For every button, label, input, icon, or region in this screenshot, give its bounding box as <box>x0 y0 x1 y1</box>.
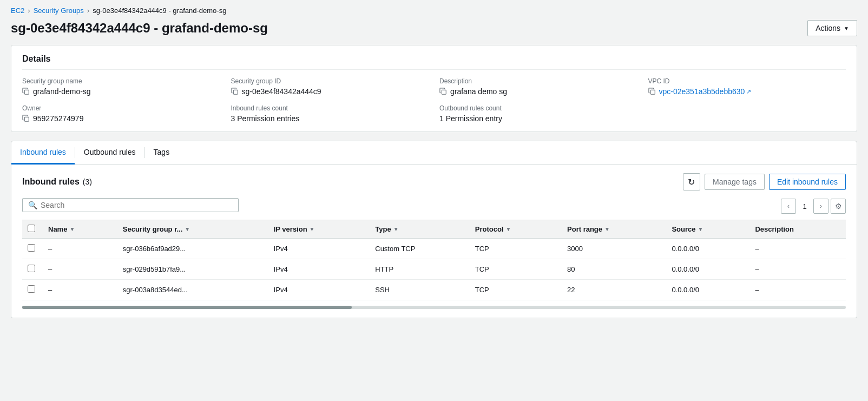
edit-inbound-label: Edit inbound rules <box>777 178 838 186</box>
row-checkbox-2[interactable] <box>28 285 35 293</box>
inbound-rules-count: (3) <box>83 178 92 186</box>
inbound-rules-title: Inbound rules <box>22 177 80 187</box>
cell-name-0: – <box>42 239 116 259</box>
cell-protocol-2: TCP <box>469 280 561 300</box>
detail-security-group-name: Security group name grafand-demo-sg <box>22 77 220 96</box>
cell-port-1: 80 <box>561 259 665 280</box>
refresh-button[interactable]: ↻ <box>683 173 700 190</box>
details-card: Details Security group name grafand-demo… <box>11 45 857 132</box>
edit-inbound-rules-button[interactable]: Edit inbound rules <box>769 174 846 190</box>
row-checkbox-0[interactable] <box>28 244 35 252</box>
chevron-left-icon: ‹ <box>787 202 790 210</box>
search-input[interactable] <box>41 201 233 209</box>
search-pagination-row: 🔍 ‹ 1 › ⚙ <box>22 198 846 220</box>
detail-outbound-count-text: 1 Permission entry <box>439 114 502 123</box>
cell-protocol-0: TCP <box>469 239 561 259</box>
breadcrumb-security-groups[interactable]: Security Groups <box>34 6 84 15</box>
copy-icon-2[interactable] <box>231 88 239 95</box>
actions-button[interactable]: Actions ▼ <box>807 20 857 36</box>
col-header-ip-version: IP version ▼ <box>267 220 369 239</box>
breadcrumb-sep-1: › <box>28 6 30 15</box>
col-header-type: Type ▼ <box>369 220 468 239</box>
svg-rect-4 <box>24 117 29 121</box>
svg-rect-2 <box>442 90 446 94</box>
cell-ip-0: IPv4 <box>267 239 369 259</box>
table-row: – sgr-029d591b7fa9... IPv4 HTTP TCP 80 0… <box>22 259 846 280</box>
vpc-id-link[interactable]: vpc-02e351a3b5debb630 ↗ <box>659 87 752 96</box>
detail-inbound-count: Inbound rules count 3 Permission entries <box>231 104 429 123</box>
breadcrumb-current: sg-0e3e4f84342a444c9 - grafand-demo-sg <box>93 6 226 15</box>
tab-outbound-rules[interactable]: Outbound rules <box>75 141 144 165</box>
actions-label: Actions <box>816 24 840 32</box>
copy-icon[interactable] <box>22 88 30 95</box>
table-header-row: Name ▼ Security group r... ▼ IP version <box>22 220 846 239</box>
pagination-row: ‹ 1 › ⚙ <box>781 199 846 214</box>
cell-name-2: – <box>42 280 116 300</box>
col-header-protocol: Protocol ▼ <box>469 220 561 239</box>
sort-protocol-icon[interactable]: ▼ <box>505 226 511 232</box>
copy-icon-5[interactable] <box>22 115 30 122</box>
sort-port-icon[interactable]: ▼ <box>604 226 610 232</box>
svg-rect-0 <box>24 90 29 94</box>
breadcrumb-ec2[interactable]: EC2 <box>11 6 24 15</box>
detail-label-sgname: Security group name <box>22 77 220 85</box>
cell-desc-2: – <box>748 280 846 300</box>
tab-outbound-label: Outbound rules <box>84 148 136 156</box>
detail-sgname-text: grafand-demo-sg <box>33 87 91 96</box>
cell-sgr-2: sgr-003a8d3544ed... <box>116 280 267 300</box>
col-header-name: Name ▼ <box>42 220 116 239</box>
sort-name-icon[interactable]: ▼ <box>69 226 75 232</box>
next-page-button[interactable]: › <box>813 199 828 214</box>
svg-rect-3 <box>650 90 655 94</box>
horizontal-scrollbar[interactable] <box>22 306 846 309</box>
breadcrumb: EC2 › Security Groups › sg-0e3e4f84342a4… <box>11 6 857 15</box>
column-settings-button[interactable]: ⚙ <box>831 199 846 214</box>
cell-name-1: – <box>42 259 116 280</box>
sort-type-icon[interactable]: ▼ <box>393 226 399 232</box>
sort-ip-icon[interactable]: ▼ <box>310 226 315 232</box>
copy-icon-3[interactable] <box>439 88 447 95</box>
manage-tags-button[interactable]: Manage tags <box>705 174 765 190</box>
table-row: – sgr-036b6af9ad29... IPv4 Custom TCP TC… <box>22 239 846 259</box>
inbound-section: Inbound rules (3) ↻ Manage tags Edit inb… <box>11 165 857 318</box>
cell-type-1: HTTP <box>369 259 468 280</box>
sort-source-icon[interactable]: ▼ <box>698 226 703 232</box>
detail-label-outbound-count: Outbound rules count <box>439 104 637 112</box>
row-checkbox-cell <box>22 259 42 280</box>
col-header-source: Source ▼ <box>665 220 748 239</box>
table-row: – sgr-003a8d3544ed... IPv4 SSH TCP 22 0.… <box>22 280 846 300</box>
detail-label-vpc: VPC ID <box>648 77 846 85</box>
detail-value-vpc: vpc-02e351a3b5debb630 ↗ <box>648 87 846 96</box>
cell-source-2: 0.0.0.0/0 <box>665 280 748 300</box>
row-checkbox-1[interactable] <box>28 265 35 272</box>
cell-ip-1: IPv4 <box>267 259 369 280</box>
inbound-title-group: Inbound rules (3) <box>22 177 92 187</box>
detail-owner-text: 959275274979 <box>33 114 83 123</box>
col-header-sgr: Security group r... ▼ <box>116 220 267 239</box>
detail-sgid-text: sg-0e3e4f84342a444c9 <box>242 87 321 96</box>
detail-value-outbound-count: 1 Permission entry <box>439 114 637 123</box>
detail-vpc-id: VPC ID vpc-02e351a3b5debb630 ↗ <box>648 77 846 96</box>
cell-desc-1: – <box>748 259 846 280</box>
tab-tags-label: Tags <box>154 148 170 156</box>
sort-sgr-icon[interactable]: ▼ <box>185 226 190 232</box>
row-checkbox-cell <box>22 280 42 300</box>
search-bar[interactable]: 🔍 <box>22 198 239 212</box>
copy-icon-4[interactable] <box>648 88 656 95</box>
page-number: 1 <box>798 202 811 211</box>
detail-value-sgname: grafand-demo-sg <box>22 87 220 96</box>
chevron-down-icon: ▼ <box>844 25 849 31</box>
page-title: sg-0e3e4f84342a444c9 - grafand-demo-sg <box>11 21 268 36</box>
external-link-icon: ↗ <box>746 88 751 95</box>
svg-rect-1 <box>233 90 238 94</box>
inbound-rules-table: Name ▼ Security group r... ▼ IP version <box>22 220 846 300</box>
prev-page-button[interactable]: ‹ <box>781 199 796 214</box>
cell-protocol-1: TCP <box>469 259 561 280</box>
cell-port-2: 22 <box>561 280 665 300</box>
tab-tags[interactable]: Tags <box>145 141 179 165</box>
page-header: sg-0e3e4f84342a444c9 - grafand-demo-sg A… <box>11 20 857 36</box>
select-all-checkbox[interactable] <box>28 225 35 232</box>
detail-desc-text: grafana demo sg <box>450 87 507 96</box>
detail-outbound-count: Outbound rules count 1 Permission entry <box>439 104 637 123</box>
tab-inbound-rules[interactable]: Inbound rules <box>11 141 75 165</box>
